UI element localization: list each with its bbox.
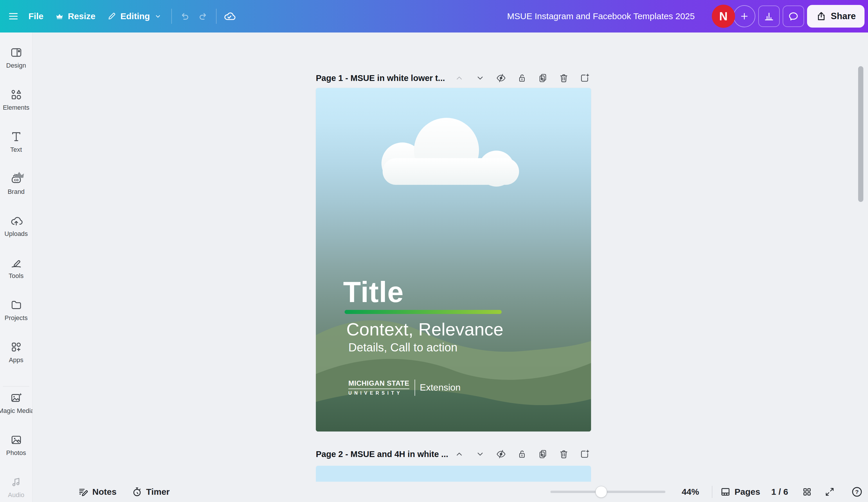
msu-extension-logo[interactable]: MICHIGAN STATE UNIVERSITY Extension bbox=[348, 379, 461, 396]
sidebar-item-projects[interactable]: Projects bbox=[0, 298, 32, 341]
page1-lock-button[interactable] bbox=[516, 72, 528, 84]
chevron-down-icon bbox=[154, 12, 162, 20]
sidebar-item-elements[interactable]: Elements bbox=[0, 88, 32, 130]
page2-header: Page 2 - MSUE and 4H in white ... bbox=[316, 446, 591, 462]
unlock-icon bbox=[517, 73, 527, 83]
apps-icon bbox=[10, 341, 23, 354]
sidebar-item-tools[interactable]: Tools bbox=[0, 256, 32, 298]
page2-canvas[interactable] bbox=[316, 466, 591, 482]
undo-button[interactable] bbox=[175, 5, 194, 27]
page2-add-page-button[interactable] bbox=[578, 448, 591, 460]
toolbar-divider bbox=[216, 9, 217, 24]
page2-hide-button[interactable] bbox=[495, 448, 507, 460]
sidebar-item-apps[interactable]: Apps bbox=[0, 341, 32, 383]
pages-view-button[interactable]: Pages bbox=[720, 486, 760, 498]
sidebar-item-label: Brand bbox=[8, 188, 25, 196]
share-label: Share bbox=[831, 11, 856, 21]
design-title-text[interactable]: Title bbox=[343, 275, 404, 309]
notes-button[interactable]: Notes bbox=[78, 486, 116, 498]
msu-logo-extension: Extension bbox=[420, 382, 461, 393]
folder-icon bbox=[10, 298, 23, 312]
sidebar-item-label: Text bbox=[10, 146, 22, 154]
zoom-slider[interactable] bbox=[550, 486, 665, 498]
resize-button[interactable]: Resize bbox=[49, 5, 101, 27]
grid-view-icon bbox=[802, 487, 812, 497]
page1-hide-button[interactable] bbox=[495, 72, 507, 84]
timer-button[interactable]: Timer bbox=[132, 486, 169, 498]
eye-off-icon bbox=[496, 449, 506, 459]
chevron-up-icon bbox=[454, 449, 464, 459]
notes-label: Notes bbox=[92, 487, 116, 497]
vertical-scrollbar-thumb[interactable] bbox=[858, 66, 864, 202]
pencil-icon bbox=[107, 12, 116, 21]
msu-logo-divider bbox=[415, 379, 415, 396]
file-menu-button[interactable]: File bbox=[23, 5, 49, 27]
page1-title[interactable]: Page 1 - MSUE in white lower t... bbox=[316, 73, 445, 83]
page1-delete-button[interactable] bbox=[557, 72, 570, 84]
main-menu-button[interactable] bbox=[4, 5, 23, 27]
editing-mode-label: Editing bbox=[121, 11, 150, 21]
fullscreen-button[interactable] bbox=[823, 485, 837, 499]
crown-icon bbox=[55, 12, 64, 21]
sidebar-item-photos[interactable]: Photos bbox=[0, 433, 32, 475]
page1-add-page-button[interactable] bbox=[578, 72, 591, 84]
sidebar-item-brand[interactable]: co Brand bbox=[0, 172, 32, 214]
share-upload-icon bbox=[816, 11, 827, 22]
zoom-slider-track[interactable] bbox=[550, 491, 665, 493]
add-page-icon bbox=[579, 449, 590, 459]
elements-icon bbox=[10, 88, 23, 101]
sidebar-item-audio[interactable]: Audio bbox=[0, 475, 32, 502]
zoom-slider-thumb[interactable] bbox=[596, 486, 607, 498]
design-accent-bar[interactable] bbox=[344, 310, 502, 314]
sidebar-item-design[interactable]: Design bbox=[0, 46, 32, 88]
invite-member-button[interactable] bbox=[733, 5, 755, 27]
share-button[interactable]: Share bbox=[807, 5, 865, 28]
editing-mode-dropdown[interactable]: Editing bbox=[101, 5, 168, 27]
grid-view-button[interactable] bbox=[800, 485, 814, 499]
design-subtitle-text[interactable]: Context, Relevance bbox=[346, 319, 503, 339]
page2-delete-button[interactable] bbox=[557, 448, 570, 460]
sidebar-item-text[interactable]: Text bbox=[0, 130, 32, 172]
sidebar-item-label: Tools bbox=[9, 272, 23, 280]
sidebar-item-label: Audio bbox=[8, 491, 24, 499]
page2-lock-button[interactable] bbox=[516, 448, 528, 460]
insights-button[interactable] bbox=[758, 6, 780, 27]
help-glyph: ? bbox=[855, 489, 859, 495]
msu-logo-line1: MICHIGAN STATE bbox=[348, 379, 409, 389]
page1-duplicate-button[interactable] bbox=[537, 72, 549, 84]
cloud-shape bbox=[381, 118, 519, 187]
design-details-text[interactable]: Details, Call to action bbox=[348, 341, 457, 354]
page2-move-up-button[interactable] bbox=[453, 448, 466, 460]
page1-canvas[interactable]: Title Context, Relevance Details, Call t… bbox=[316, 88, 591, 431]
expand-arrows-icon bbox=[825, 487, 835, 497]
plus-icon bbox=[739, 11, 750, 21]
tools-pen-icon bbox=[10, 256, 23, 270]
hamburger-icon bbox=[8, 10, 19, 22]
trash-icon bbox=[559, 73, 569, 83]
help-button[interactable]: ? bbox=[850, 485, 864, 499]
resize-label: Resize bbox=[68, 11, 95, 21]
timer-icon bbox=[132, 486, 143, 498]
avatar[interactable]: N bbox=[712, 4, 735, 28]
page2-title[interactable]: Page 2 - MSUE and 4H in white ... bbox=[316, 449, 448, 459]
page1-move-down-button[interactable] bbox=[474, 72, 487, 84]
document-title[interactable]: MSUE Instagram and Facebook Templates 20… bbox=[507, 11, 695, 21]
cloud-saved-icon bbox=[223, 10, 236, 22]
sidebar-item-label: Projects bbox=[4, 314, 28, 322]
duplicate-page-icon bbox=[538, 73, 548, 83]
design-icon bbox=[10, 46, 23, 59]
redo-button[interactable] bbox=[194, 5, 213, 27]
page2-move-down-button[interactable] bbox=[474, 448, 487, 460]
page2-duplicate-button[interactable] bbox=[537, 448, 549, 460]
sidebar-item-magic-media[interactable]: Magic Media bbox=[0, 391, 32, 433]
top-toolbar: File Resize Editing MSUE Instagram and F… bbox=[0, 0, 868, 32]
sidebar-item-uploads[interactable]: Uploads bbox=[0, 214, 32, 256]
sidebar-divider bbox=[3, 386, 29, 387]
page1-move-up-button[interactable] bbox=[453, 72, 466, 84]
page1-header: Page 1 - MSUE in white lower t... bbox=[316, 70, 591, 86]
comments-button[interactable] bbox=[783, 6, 804, 27]
comment-icon bbox=[788, 10, 799, 22]
chevron-down-icon bbox=[475, 73, 485, 83]
cloud-save-status bbox=[220, 5, 239, 27]
zoom-level-value[interactable]: 44% bbox=[682, 487, 699, 497]
